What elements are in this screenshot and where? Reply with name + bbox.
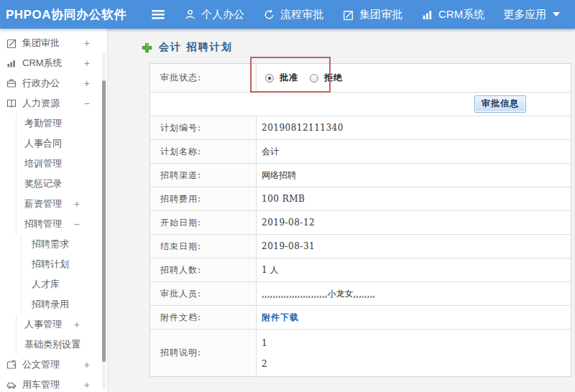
form-row-plan-number: 计划编号: 20190812111340 (150, 116, 571, 140)
sidebar-item-label: 招聘计划 (32, 258, 69, 271)
cycle-arrow-icon (263, 9, 275, 21)
edit-square-icon (342, 9, 354, 21)
nav-label: 个人办公 (201, 8, 244, 22)
approval-form: 审批状态: 批准 拒绝 审批信息 (150, 63, 571, 377)
expand-toggle[interactable]: + (84, 379, 90, 391)
user-icon (184, 9, 196, 21)
sidebar-item-label: 招聘录用 (32, 298, 69, 311)
expand-toggle[interactable]: + (84, 37, 90, 49)
sidebar-scrollbar-thumb[interactable] (102, 80, 106, 362)
sidebar-item-hr-contracts[interactable]: 人事合同 (0, 134, 107, 154)
sidebar-item-attendance-mgmt[interactable]: 考勤管理 (0, 113, 107, 134)
field-value: 批准 拒绝 (257, 64, 571, 92)
sidebar-item-label: 人力资源 (22, 97, 60, 110)
expand-toggle[interactable]: + (84, 78, 90, 89)
sidebar-item-label: 用车管理 (22, 378, 60, 391)
sidebar-item-document-mgmt[interactable]: 公文管理 + (0, 355, 107, 375)
approval-info-button[interactable]: 审批信息 (474, 95, 526, 113)
expand-toggle[interactable]: + (84, 359, 90, 370)
field-label: 招聘人数: (150, 258, 257, 281)
field-label: 开始日期: (150, 211, 257, 234)
sidebar-item-recruit-demand[interactable]: 招聘需求 (0, 234, 107, 254)
field-value: 会计 (257, 140, 571, 163)
breadcrumb: 会计 招聘计划 (108, 29, 575, 54)
sidebar-item-crm-system[interactable]: CRM系统 + (0, 53, 107, 73)
radio-approve[interactable]: 批准 (265, 72, 298, 84)
bar-chart-icon (6, 57, 17, 69)
sidebar-item-label: CRM系统 (22, 57, 63, 70)
caret-down-icon (553, 12, 560, 17)
page-title: 会计 招聘计划 (159, 41, 233, 54)
green-plus-icon[interactable] (142, 42, 152, 53)
expand-toggle[interactable]: + (74, 339, 80, 350)
description-line: 1 (262, 333, 571, 354)
sidebar-item-training-mgmt[interactable]: 培训管理 (0, 154, 107, 174)
nav-personal-office[interactable]: 个人办公 (184, 8, 244, 22)
field-label: 结束日期: (150, 235, 257, 258)
form-row-approvers: 审批人员: ,,,,,,,,,,,,,,,,,,,,,,,,小龙女,,,,,,,… (150, 282, 571, 306)
field-label: 附件文档: (150, 306, 257, 329)
expand-toggle[interactable]: + (74, 319, 80, 330)
sidebar-item-label: 奖惩记录 (24, 177, 62, 190)
sidebar-item-admin-office[interactable]: 行政办公 + (0, 73, 107, 93)
edit-square-icon (6, 37, 17, 49)
app-window: PHPOA协同办公软件 个人办公 流程审批 (0, 0, 575, 392)
sidebar-item-label: 行政办公 (22, 77, 60, 90)
sidebar-item-label: 薪资管理 (24, 197, 62, 210)
nav-label: 集团审批 (359, 8, 402, 22)
sidebar-collapse-button[interactable] (151, 9, 165, 20)
nav-label: CRM系统 (438, 8, 484, 22)
sidebar-item-talent-pool[interactable]: 人才库 (0, 274, 107, 294)
sidebar-item-base-category-settings[interactable]: 基础类别设置 + (0, 335, 107, 355)
book-icon (6, 98, 17, 109)
briefcase-icon (6, 78, 17, 89)
collapse-toggle[interactable]: − (84, 98, 90, 109)
field-value: 100 RMB (257, 187, 571, 210)
sidebar-item-human-resources[interactable]: 人力资源 − (0, 93, 107, 113)
sidebar-item-label: 人事管理 (24, 318, 62, 331)
radio-reject[interactable]: 拒绝 (310, 72, 343, 84)
radio-button-icon (265, 74, 274, 83)
field-label: 计划名称: (150, 140, 257, 163)
form-row-start-date: 开始日期: 2019-08-12 (150, 211, 571, 235)
sidebar-item-recruit-hiring[interactable]: 招聘录用 (0, 294, 107, 314)
sidebar-item-recruit-plan[interactable]: 招聘计划 (0, 254, 107, 274)
nav-process-approval[interactable]: 流程审批 (263, 8, 323, 22)
sidebar-item-label: 集团审批 (22, 37, 60, 50)
top-nav: 个人办公 流程审批 集团审批 (184, 8, 575, 22)
hamburger-icon (151, 9, 165, 20)
sidebar-item-label: 人才库 (32, 278, 60, 291)
sidebar-item-group-approval[interactable]: 集团审批 + (0, 33, 107, 53)
field-value: ,,,,,,,,,,,,,,,,,,,,,,,,小龙女,,,,,,,, (257, 282, 571, 305)
sidebar-item-salary-mgmt[interactable]: 薪资管理 + (0, 194, 107, 214)
app-logo: PHPOA协同办公软件 (0, 6, 126, 23)
expand-toggle[interactable]: + (74, 198, 80, 210)
nav-label: 流程审批 (280, 8, 323, 22)
sidebar-item-vehicle-mgmt[interactable]: 用车管理 + (0, 375, 107, 392)
sidebar-item-rewards-records[interactable]: 奖惩记录 (0, 174, 107, 194)
sidebar-item-label: 考勤管理 (24, 117, 62, 130)
field-label: 审批人员: (150, 282, 257, 305)
bar-chart-icon (421, 9, 433, 21)
radio-label: 批准 (280, 72, 298, 84)
collapse-toggle[interactable]: − (74, 218, 80, 230)
sidebar-item-label: 人事合同 (24, 137, 62, 150)
sidebar-item-label: 招聘需求 (32, 238, 69, 251)
main-content: 会计 招聘计划 审批状态: 批准 拒绝 (108, 29, 575, 392)
nav-crm-system[interactable]: CRM系统 (421, 8, 484, 22)
field-value: 网络招聘 (257, 164, 571, 187)
field-label: 计划编号: (150, 116, 257, 139)
form-row-description: 招聘说明: 1 2 (150, 330, 571, 376)
sidebar-item-recruit-mgmt[interactable]: 招聘管理 − (0, 214, 107, 234)
radio-button-icon (310, 74, 318, 83)
sidebar-item-personnel-mgmt[interactable]: 人事管理 + (0, 314, 107, 335)
sidebar: 集团审批 + CRM系统 + 行政办公 + (0, 29, 108, 392)
sidebar-item-label: 培训管理 (24, 157, 62, 170)
expand-toggle[interactable]: + (84, 57, 90, 69)
field-label: 招聘费用: (150, 187, 257, 210)
attachment-download-link[interactable]: 附件下载 (262, 312, 299, 324)
form-row-attachment: 附件文档: 附件下载 (150, 306, 571, 330)
nav-more-apps[interactable]: 更多应用 (503, 8, 560, 22)
form-row-status: 审批状态: 批准 拒绝 (150, 64, 571, 93)
nav-group-approval[interactable]: 集团审批 (342, 8, 402, 22)
